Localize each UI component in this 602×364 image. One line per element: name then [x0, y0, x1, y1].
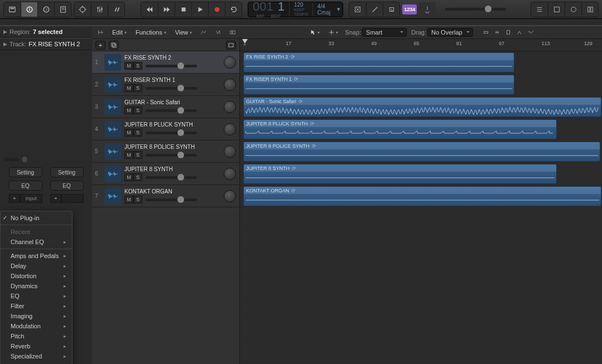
track-name[interactable]: JUPITER 8 PLUCK SYNTH	[124, 122, 220, 128]
track-icon[interactable]	[104, 99, 121, 115]
countoff-badge[interactable]: 1234	[402, 4, 417, 14]
menu-channel-eq[interactable]: Channel EQ▸	[1, 237, 72, 247]
region[interactable]: FX RISE SYNTH 2⟳	[243, 52, 514, 72]
menu-specialized[interactable]: Specialized▸	[1, 351, 72, 361]
solo-button[interactable]: S	[133, 196, 142, 203]
track-icon[interactable]	[104, 76, 121, 93]
pan-knob[interactable]	[224, 101, 236, 113]
functions-menu[interactable]: Functions ▾	[133, 27, 168, 37]
region[interactable]: JUPITER 8 SYNTH⟳	[243, 164, 557, 184]
track-name[interactable]: FX RISE SYNTH 2	[124, 55, 220, 61]
solo-button[interactable]: S	[133, 173, 142, 181]
track-header[interactable]: 4JUPITER 8 PLUCK SYNTHMS	[92, 118, 239, 140]
lcd-key[interactable]: Cmaj	[317, 9, 330, 16]
solo-button[interactable]: S	[383, 2, 399, 17]
pointer-tool[interactable]: ▾	[308, 27, 322, 37]
track-name[interactable]: KONTAKT ORGAN	[124, 188, 220, 195]
solo-button[interactable]: S	[133, 106, 142, 114]
stop-button[interactable]	[175, 2, 191, 17]
track-icon[interactable]	[104, 121, 121, 138]
timeline-ruler[interactable]: 1173349658197113129	[240, 39, 602, 51]
track-icon[interactable]	[104, 143, 121, 160]
region[interactable]: JUPITER 8 PLUCK SYNTH⟳	[243, 119, 557, 139]
replace-button[interactable]	[349, 2, 366, 17]
duplicate-track-button[interactable]	[109, 41, 119, 50]
pan-knob[interactable]	[224, 190, 236, 202]
mute-button[interactable]: M	[124, 106, 133, 114]
autopunch-button[interactable]	[366, 2, 383, 17]
smart-controls-button[interactable]	[74, 2, 91, 17]
catch-playhead-button[interactable]	[95, 27, 105, 37]
lcd-timesig[interactable]: 4/4	[317, 3, 330, 9]
solo-button[interactable]: S	[133, 62, 142, 70]
region[interactable]: JUPITER 8 POLICE SYNTH⟳	[243, 142, 600, 162]
solo-button[interactable]: S	[133, 84, 142, 92]
groups-button[interactable]	[228, 27, 238, 37]
quickhelp-button[interactable]: ?	[37, 2, 54, 17]
input-slot[interactable]: Input	[20, 194, 42, 203]
flex-button[interactable]	[213, 27, 223, 37]
notepad-button[interactable]	[548, 2, 565, 17]
menu-pitch[interactable]: Pitch▸	[1, 331, 72, 341]
track-header[interactable]: 6JUPITER 8 SYNTHMS	[92, 163, 239, 185]
solo-button[interactable]: S	[133, 151, 142, 159]
region[interactable]: KONTAKT ORGAN⟳	[243, 186, 601, 206]
record-button[interactable]	[208, 2, 225, 17]
volume-slider[interactable]	[146, 176, 197, 179]
zoom-tool-4[interactable]	[514, 27, 524, 37]
menu-delay[interactable]: Delay▸	[1, 261, 72, 271]
menu-imaging[interactable]: Imaging▸	[1, 311, 72, 321]
track-name[interactable]: JUPITER 8 SYNTH	[124, 166, 220, 172]
volume-slider[interactable]	[146, 65, 197, 67]
setting-button-2[interactable]: Setting	[50, 167, 84, 177]
editors-button[interactable]	[108, 2, 124, 17]
view-menu[interactable]: View ▾	[173, 27, 195, 37]
lcd-beat[interactable]: 1	[278, 1, 285, 13]
add-track-button[interactable]: +	[95, 41, 105, 50]
menu-distortion[interactable]: Distortion▸	[1, 271, 72, 281]
lcd-bar[interactable]: 001	[253, 1, 273, 13]
mute-button[interactable]: M	[124, 196, 133, 203]
cycle-button[interactable]	[225, 2, 242, 17]
lcd-tempo[interactable]: 120	[294, 2, 308, 8]
zoom-tool-3[interactable]	[503, 27, 513, 37]
input-slot-2[interactable]	[61, 194, 83, 203]
track-name[interactable]: GUITAR - Sonic Safari	[124, 99, 220, 105]
track-header[interactable]: 3GUITAR - Sonic SafariMS	[92, 96, 239, 118]
play-button[interactable]	[191, 2, 208, 17]
volume-slider[interactable]	[146, 87, 197, 90]
link-icon[interactable]: ⚭	[9, 194, 21, 203]
browser-button[interactable]	[581, 2, 598, 17]
inspector-pan-knob[interactable]	[21, 156, 28, 163]
track-icon[interactable]	[104, 54, 121, 71]
drag-select[interactable]: No Overlap	[427, 28, 473, 37]
pan-knob[interactable]	[224, 123, 236, 135]
track-icon[interactable]	[104, 188, 121, 205]
zoom-tool-2[interactable]	[492, 27, 502, 37]
track-header[interactable]: 2FX RISER SYNTH 1MS	[92, 74, 239, 96]
pan-knob[interactable]	[224, 145, 236, 158]
menu-modulation[interactable]: Modulation▸	[1, 321, 72, 331]
global-tracks-button[interactable]	[226, 41, 236, 50]
rewind-button[interactable]	[141, 2, 158, 17]
notes-button[interactable]	[54, 2, 71, 17]
menu-no-plugin[interactable]: No Plug-in	[1, 213, 72, 223]
edit-menu[interactable]: Edit ▾	[110, 27, 129, 37]
automation-button[interactable]	[199, 27, 209, 37]
track-header[interactable]: 7KONTAKT ORGANMS	[92, 185, 239, 207]
mixer-button[interactable]	[91, 2, 108, 17]
region[interactable]: FX RISER SYNTH 1⟳	[243, 75, 514, 95]
mute-button[interactable]: M	[124, 151, 133, 159]
region[interactable]: GUITAR - Sonic Safari⟳	[243, 97, 601, 117]
forward-button[interactable]	[158, 2, 175, 17]
snap-select[interactable]: Smart	[362, 28, 407, 37]
track-name[interactable]: JUPITER 8 POLICE SYNTH	[124, 144, 220, 150]
mute-button[interactable]: M	[124, 62, 133, 70]
list-editors-button[interactable]	[531, 2, 548, 17]
track-name[interactable]: FX RISER SYNTH 1	[124, 77, 220, 83]
link-icon-2[interactable]: ⚭	[50, 194, 62, 203]
track-header[interactable]: 1FX RISE SYNTH 2MS	[92, 51, 239, 74]
marquee-tool[interactable]: ▾	[326, 27, 340, 37]
eq-button-2[interactable]: EQ	[50, 181, 84, 191]
track-icon[interactable]	[104, 166, 121, 182]
